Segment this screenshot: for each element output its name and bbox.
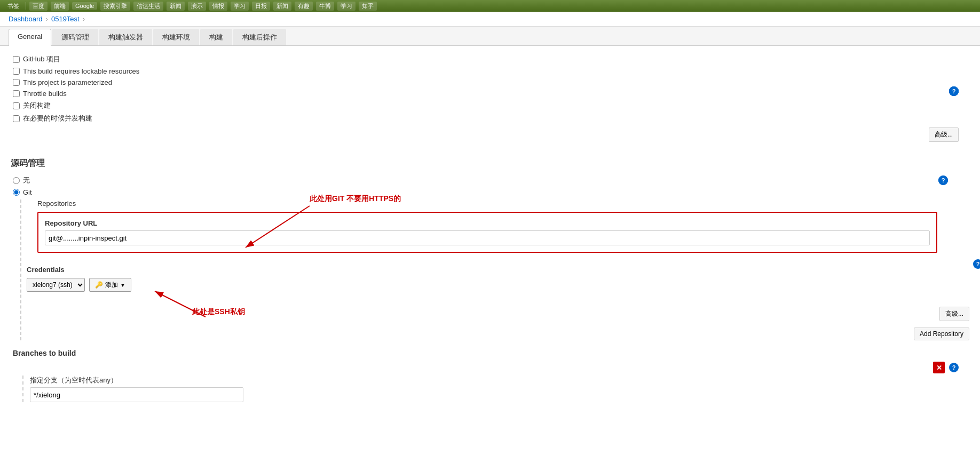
credentials-section: Credentials xielong7 (ssh) 🔑 添加 ▼: [27, 259, 937, 298]
checkbox-concurrent-input[interactable]: [13, 115, 20, 122]
browser-bar: 书签 百度 前端 Google 搜索引擎 信达生活 新闻 演示 情报 学习 日报…: [0, 0, 980, 12]
advanced-button-scm[interactable]: 高级...: [939, 307, 969, 321]
checkbox-lockable-input[interactable]: [13, 68, 20, 75]
branches-sub-section: 指定分支（为空时代表any）: [22, 376, 969, 402]
checkbox-lockable-label: This build requires lockable resources: [23, 67, 139, 75]
breadcrumb: Dashboard › 0519Test ›: [0, 12, 980, 27]
bookmark-study[interactable]: 学习: [231, 2, 249, 11]
tab-env[interactable]: 构建环境: [153, 29, 199, 45]
breadcrumb-project[interactable]: 0519Test: [51, 15, 80, 23]
credentials-label: Credentials: [27, 266, 931, 274]
bookmark-daily[interactable]: 日报: [252, 2, 270, 11]
bookmark-study2[interactable]: 学习: [337, 2, 355, 11]
repo-block-wrapper: Repository URL ?: [27, 212, 969, 253]
bookmark-baidu[interactable]: 百度: [29, 2, 48, 11]
tab-bar: General 源码管理 构建触发器 构建环境 构建 构建后操作: [0, 27, 980, 46]
checkbox-github-input[interactable]: [13, 56, 20, 63]
tab-build[interactable]: 构建: [200, 29, 232, 45]
checkbox-lockable: This build requires lockable resources: [13, 67, 969, 75]
checkbox-throttle-label: Throttle builds: [23, 90, 67, 98]
tab-general[interactable]: General: [9, 29, 51, 46]
branches-section: Branches to build ✕ ? 指定分支（为空时代表any）: [13, 349, 969, 402]
repo-url-input[interactable]: [45, 230, 930, 245]
bookmark-zhihu[interactable]: 知乎: [359, 2, 377, 11]
bookmark-search[interactable]: 搜索引擎: [100, 2, 130, 11]
bookmark-fun[interactable]: 有趣: [295, 2, 313, 11]
bookmark-google[interactable]: Google: [72, 2, 97, 10]
branches-heading: Branches to build: [13, 349, 969, 357]
radio-git-input[interactable]: [13, 189, 20, 196]
checkbox-parameterized-input[interactable]: [13, 79, 20, 86]
checkbox-throttle: Throttle builds: [13, 90, 969, 98]
breadcrumb-sep1: ›: [46, 15, 48, 23]
credentials-select[interactable]: xielong7 (ssh): [27, 278, 85, 292]
branches-controls: ✕ ?: [13, 362, 959, 373]
separator: [26, 2, 26, 10]
checkbox-disable-label: 关闭构建: [23, 101, 51, 110]
bookmark-info[interactable]: 情报: [209, 2, 227, 11]
help-icon-scm-2[interactable]: ?: [938, 175, 948, 185]
scm-heading: 源码管理: [11, 158, 969, 169]
bookmarks-label: 书签: [4, 2, 22, 11]
breadcrumb-sep2: ›: [83, 15, 85, 23]
bookmark-demo[interactable]: 演示: [188, 2, 206, 11]
scm-content: 无 Git ? ? Repositories: [11, 175, 969, 340]
main-content: GitHub 项目 This build requires lockable r…: [0, 46, 980, 455]
checkbox-parameterized-label: This project is parameterized: [23, 78, 112, 86]
key-icon: 🔑: [95, 281, 103, 289]
advanced-btn-top-container: 高级...: [11, 127, 959, 145]
remove-branch-button[interactable]: ✕: [933, 362, 945, 373]
checkbox-concurrent-label: 在必要的时候并发构建: [23, 114, 92, 123]
advanced-button-top[interactable]: 高级...: [929, 127, 959, 142]
scm-section: 源码管理 无 Git ? ?: [11, 158, 969, 340]
checkbox-github-label: GitHub 项目: [23, 54, 60, 64]
branch-input[interactable]: [30, 387, 243, 402]
tab-triggers[interactable]: 构建触发器: [99, 29, 152, 45]
repositories-sub-section: Repositories Repository URL ?: [20, 199, 969, 340]
bookmark-xinda[interactable]: 信达生活: [133, 2, 163, 11]
bookmark-news[interactable]: 新闻: [167, 2, 185, 11]
radio-none-label: 无: [23, 175, 30, 185]
radio-none: 无: [13, 175, 969, 185]
add-btn-label: 添加: [105, 281, 118, 290]
repo-url-label: Repository URL: [45, 219, 930, 227]
tab-scm[interactable]: 源码管理: [52, 29, 98, 45]
checkbox-disable-input[interactable]: [13, 102, 20, 109]
help-icon-credentials[interactable]: ?: [973, 259, 980, 269]
checkboxes-section: GitHub 项目 This build requires lockable r…: [13, 54, 969, 123]
credentials-wrapper: Credentials xielong7 (ssh) 🔑 添加 ▼: [27, 259, 969, 298]
checkbox-parameterized: This project is parameterized: [13, 78, 969, 86]
checkbox-concurrent: 在必要的时候并发构建: [13, 114, 969, 123]
scm-buttons: 高级... Add Repository: [27, 307, 969, 340]
checkbox-github: GitHub 项目: [13, 54, 969, 64]
repository-block: Repository URL: [37, 212, 937, 253]
tab-postbuild[interactable]: 构建后操作: [233, 29, 286, 45]
branch-field-label: 指定分支（为空时代表any）: [30, 376, 969, 385]
help-icon-4[interactable]: ?: [949, 86, 959, 96]
branch-input-row: [30, 387, 969, 402]
credentials-row: xielong7 (ssh) 🔑 添加 ▼: [27, 278, 931, 292]
bookmark-news2[interactable]: 新闻: [273, 2, 291, 11]
help-icon-branches[interactable]: ?: [949, 363, 959, 372]
repositories-label: Repositories: [37, 199, 969, 207]
bookmark-niuboke[interactable]: 牛博: [316, 2, 334, 11]
checkbox-disable: 关闭构建: [13, 101, 969, 110]
radio-git: Git: [13, 188, 969, 196]
checkbox-throttle-input[interactable]: [13, 90, 20, 97]
radio-none-input[interactable]: [13, 177, 20, 184]
radio-git-label: Git: [23, 188, 32, 196]
bookmark-frontend[interactable]: 前端: [51, 2, 69, 11]
add-repository-button[interactable]: Add Repository: [914, 328, 969, 340]
breadcrumb-dashboard[interactable]: Dashboard: [9, 15, 43, 23]
add-credentials-button[interactable]: 🔑 添加 ▼: [89, 278, 131, 292]
caret-icon: ▼: [120, 282, 125, 288]
